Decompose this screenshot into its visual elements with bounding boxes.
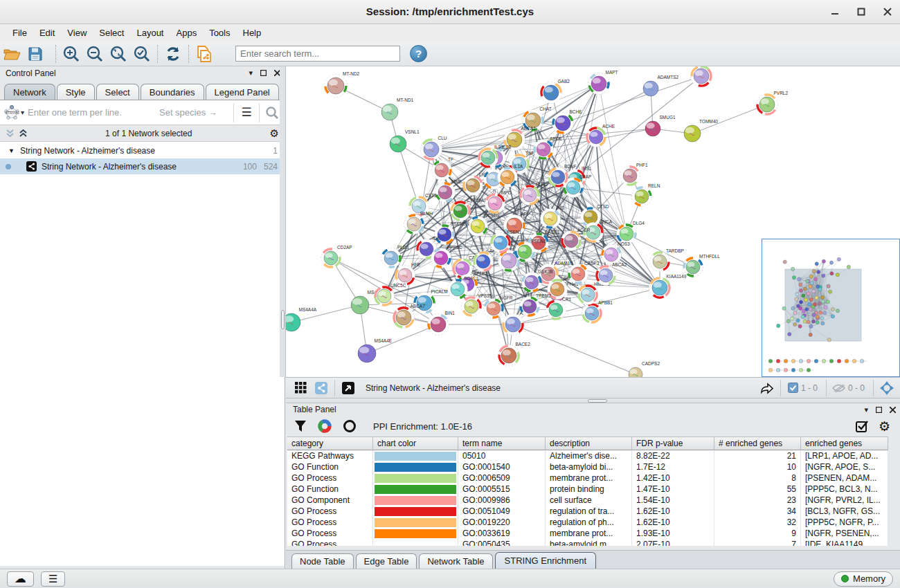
network-node: MAPT: [585, 70, 618, 98]
collapse-all-icon[interactable]: [6, 129, 15, 138]
menu-file[interactable]: File: [7, 26, 33, 40]
network-collection-row[interactable]: ▼ String Network - Alzheimer's disease 1: [0, 143, 285, 158]
zoom-selected-button[interactable]: [130, 44, 154, 64]
vertical-splitter[interactable]: [280, 66, 286, 377]
search-input[interactable]: [235, 46, 400, 62]
zoom-out-button[interactable]: [83, 44, 107, 64]
tab-network[interactable]: Network: [4, 84, 55, 100]
tab-boundaries[interactable]: Boundaries: [141, 84, 204, 100]
share-view-icon[interactable]: [311, 379, 332, 397]
table-row[interactable]: GO ProcessGO:0019220regulation of ph...1…: [287, 517, 888, 528]
table-row[interactable]: GO ProcessGO:0050435beta-amyloid m...2.0…: [287, 539, 888, 546]
tab-string-enrichment[interactable]: STRING Enrichment: [495, 552, 596, 569]
network-counts: 100 524: [243, 162, 285, 172]
column-header-chart-color[interactable]: chart color: [373, 437, 458, 450]
menu-edit[interactable]: Edit: [34, 26, 60, 40]
tab-node-table[interactable]: Node Table: [291, 553, 354, 569]
refresh-button[interactable]: [161, 44, 185, 64]
zoom-fit-button[interactable]: [107, 44, 130, 64]
close-icon[interactable]: [882, 6, 893, 17]
minimize-icon[interactable]: [829, 6, 840, 17]
string-dropdown-caret[interactable]: ▾: [21, 109, 24, 116]
remove-chart-icon[interactable]: [343, 419, 357, 433]
birds-eye-view[interactable]: [762, 239, 900, 377]
chart-color-cell: [373, 539, 458, 546]
float-panel-icon[interactable]: [260, 70, 267, 76]
clone-network-button[interactable]: [192, 44, 216, 64]
svg-text:PICALM: PICALM: [431, 289, 448, 294]
filter-icon[interactable]: [294, 420, 307, 432]
column-header-enriched-genes[interactable]: enriched genes: [801, 437, 888, 450]
svg-text:APP: APP: [521, 212, 530, 217]
task-history-button[interactable]: ☰: [41, 571, 65, 587]
network-view-toolbar: String Network - Alzheimer's disease 1 -…: [286, 377, 900, 398]
string-term-input[interactable]: [28, 107, 150, 118]
panel-menu-icon[interactable]: ▾: [249, 68, 253, 77]
string-query-bar: STRING ▾ Set species → ☰: [0, 100, 285, 125]
menu-view[interactable]: View: [62, 26, 92, 40]
column-header-category[interactable]: category: [287, 437, 373, 450]
cell: GO Function: [287, 484, 373, 495]
hidden-counts: 0 - 0: [848, 383, 865, 393]
menu-layout[interactable]: Layout: [131, 26, 169, 40]
svg-text:MPO: MPO: [501, 190, 512, 195]
cloud-tasks-button[interactable]: ☁: [7, 571, 34, 587]
table-settings-gear-icon[interactable]: ⚙: [879, 420, 890, 433]
select-columns-icon[interactable]: [856, 420, 869, 433]
string-logo-icon[interactable]: STRING ▾: [0, 100, 28, 125]
svg-text:TF: TF: [448, 157, 453, 162]
menu-help[interactable]: Help: [237, 26, 267, 40]
cell: KEGG Pathways: [287, 450, 373, 461]
detach-view-icon[interactable]: [338, 379, 359, 397]
network-canvas[interactable]: MT-ND2MT-ND1VSNL1GAB2MAPTPRNPADAMTS2IRS1…: [286, 66, 900, 377]
menu-apps[interactable]: Apps: [171, 26, 203, 40]
help-icon[interactable]: ?: [410, 45, 427, 62]
memory-button[interactable]: Memory: [834, 571, 893, 587]
menu-tools[interactable]: Tools: [204, 26, 235, 40]
column-header-FDR-p-value[interactable]: FDR p-value: [632, 437, 714, 450]
zoom-in-button[interactable]: [60, 44, 83, 64]
network-node: RELN: [629, 183, 660, 209]
table-row[interactable]: GO FunctionGO:0005515protein binding1.47…: [287, 484, 888, 495]
svg-text:APLP2: APLP2: [474, 271, 488, 276]
close-panel-icon[interactable]: [890, 407, 896, 413]
table-row[interactable]: GO ProcessGO:0006509membrane prot...1.42…: [287, 472, 888, 484]
network-node: BACE2: [496, 342, 530, 369]
network-options-gear-icon[interactable]: ⚙: [270, 127, 279, 140]
menu-select[interactable]: Select: [93, 26, 129, 40]
column-header--enriched-genes[interactable]: # enriched genes: [714, 437, 801, 450]
export-network-icon[interactable]: [757, 379, 777, 397]
table-row[interactable]: GO ComponentGO:0009986cell surface1.54E-…: [287, 495, 888, 506]
network-node: KIAA1149: [647, 274, 687, 300]
current-network-dot: [6, 164, 11, 169]
tab-select[interactable]: Select: [96, 84, 139, 100]
maximize-icon[interactable]: [856, 6, 867, 17]
table-row[interactable]: GO ProcessGO:0051049regulation of tra...…: [287, 506, 888, 517]
chart-settings-icon[interactable]: [318, 419, 332, 433]
cell: 34: [714, 506, 801, 517]
network-node: MT-ND1: [381, 98, 414, 120]
table-row[interactable]: GO ProcessGO:0033619membrane prot...1.93…: [287, 528, 888, 539]
status-bar: ☁ ☰ Memory: [0, 569, 900, 588]
expand-all-icon[interactable]: [19, 129, 28, 138]
query-options-icon[interactable]: ☰: [234, 105, 259, 120]
network-row-selected[interactable]: String Network - Alzheimer's disease 100…: [0, 158, 285, 174]
tab-style[interactable]: Style: [57, 84, 95, 100]
grid-view-icon[interactable]: [290, 379, 311, 397]
float-panel-icon[interactable]: [876, 407, 882, 413]
horizontal-splitter[interactable]: [286, 398, 900, 403]
table-row[interactable]: KEGG Pathways05010Alzheimer's dise...8.8…: [287, 450, 888, 461]
tab-network-table[interactable]: Network Table: [419, 553, 492, 569]
open-session-button[interactable]: [0, 44, 24, 64]
set-species-hint[interactable]: Set species →: [159, 107, 233, 118]
tree-expand-icon[interactable]: ▼: [8, 147, 15, 154]
column-header-description[interactable]: description: [546, 437, 632, 450]
panel-menu-icon[interactable]: ▾: [864, 405, 868, 414]
column-header-term-name[interactable]: term name: [458, 437, 546, 450]
save-session-button[interactable]: [24, 44, 47, 64]
table-row[interactable]: GO FunctionGO:0001540beta-amyloid bi...1…: [287, 461, 888, 472]
fit-content-icon[interactable]: [876, 379, 897, 397]
tab-edge-table[interactable]: Edge Table: [356, 553, 417, 569]
svg-text:HFE: HFE: [411, 262, 421, 267]
tab-legend-panel[interactable]: Legend Panel: [206, 84, 279, 100]
